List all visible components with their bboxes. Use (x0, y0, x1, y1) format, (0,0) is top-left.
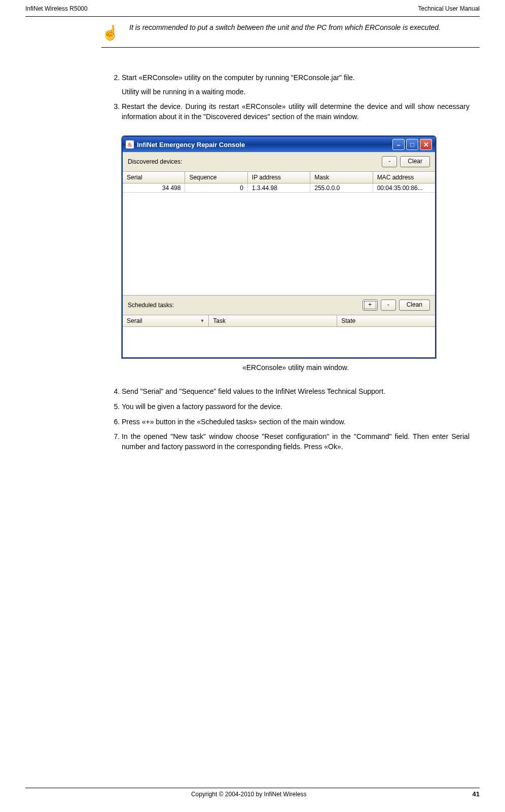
discovered-remove-button[interactable]: - (382, 156, 397, 167)
col-mask[interactable]: Mask (310, 172, 373, 183)
scheduled-add-button[interactable]: + (363, 300, 378, 311)
col-serial[interactable]: Serial (123, 172, 185, 183)
scheduled-tasks-label: Scheduled tasks: (128, 302, 174, 309)
table-row[interactable]: 34 498 0 1.3.44.98 255.0.0.0 00:04:35:00… (123, 183, 435, 193)
step-2-sub: Utility will be running in a waiting mod… (122, 87, 470, 97)
scheduled-remove-button[interactable]: - (381, 300, 396, 311)
minimize-button[interactable]: – (392, 139, 405, 150)
erconsole-screenshot: ♨ InfiNet Emergency Repair Console – □ ✕… (122, 136, 470, 358)
footer-rule (25, 788, 480, 788)
col-task[interactable]: Task (209, 315, 337, 326)
cell-mac: 00:04:35:00:86... (373, 183, 435, 193)
discovered-clear-button[interactable]: Clear (400, 156, 430, 167)
col-sequence[interactable]: Sequence (185, 172, 247, 183)
maximize-button[interactable]: □ (406, 139, 418, 150)
footer-copyright: Copyright © 2004-2010 by InfiNet Wireles… (191, 791, 307, 798)
screenshot-caption: «ERConsole» utility main window. (122, 363, 470, 372)
header-left: InfiNet Wireless R5000 (25, 5, 88, 12)
step-6: Press «+» button in the «Scheduled tasks… (122, 417, 470, 427)
discovered-devices-label: Discovered devices: (128, 158, 182, 165)
window-titlebar[interactable]: ♨ InfiNet Emergency Repair Console – □ ✕ (123, 137, 435, 152)
cell-sequence: 0 (185, 183, 247, 193)
col-mac[interactable]: MAC address (373, 172, 435, 183)
step-7: In the opened "New task" window choose "… (122, 432, 470, 452)
note-box: ☝ It is recommended to put a switch betw… (101, 20, 480, 45)
cell-mask: 255.0.0.0 (310, 183, 373, 193)
page-number: 41 (473, 790, 480, 798)
step-2: Start «ERConsole» utility on the compute… (122, 73, 470, 97)
close-button[interactable]: ✕ (420, 139, 432, 150)
note-bottom-rule (101, 47, 480, 48)
cell-ip: 1.3.44.98 (248, 183, 310, 193)
note-text: It is recommended to put a switch betwee… (129, 23, 441, 32)
discovered-table: 34 498 0 1.3.44.98 255.0.0.0 00:04:35:00… (123, 183, 435, 296)
pointing-hand-icon: ☝ (101, 23, 119, 40)
top-rule (25, 16, 480, 17)
sort-arrow-icon: ▼ (200, 318, 204, 323)
scheduled-clean-button[interactable]: Clean (399, 300, 430, 311)
step-4: Send "Serial" and "Sequence" field value… (122, 387, 470, 397)
step-3: Restart the device. During its restart «… (122, 102, 470, 122)
cell-serial: 34 498 (123, 183, 185, 193)
step-5: You will be given a factory password for… (122, 402, 470, 412)
col-ip[interactable]: IP address (248, 172, 310, 183)
java-icon: ♨ (126, 140, 134, 149)
col-serail[interactable]: Serail▼ (123, 315, 209, 326)
scheduled-table (123, 327, 435, 357)
header-right: Technical User Manual (418, 5, 480, 12)
col-state[interactable]: State (337, 315, 435, 326)
window-title: InfiNet Emergency Repair Console (137, 141, 245, 149)
